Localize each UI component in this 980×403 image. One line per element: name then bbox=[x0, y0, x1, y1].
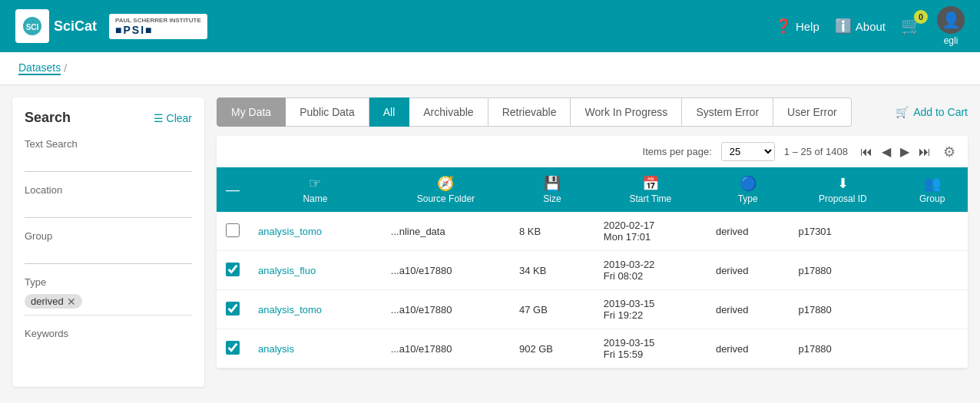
user-avatar: 👤 bbox=[937, 6, 965, 34]
location-section: Location bbox=[25, 184, 192, 218]
text-search-label: Text Search bbox=[25, 138, 192, 150]
next-page-button[interactable]: ▶ bbox=[897, 143, 912, 160]
tabs: My Data Public Data All Archivable Retri… bbox=[217, 97, 852, 127]
prev-page-button[interactable]: ◀ bbox=[879, 143, 894, 160]
row-name[interactable]: analysis bbox=[249, 329, 382, 368]
user-block[interactable]: 👤 egli bbox=[937, 6, 965, 46]
row-start-time: 2020-02-17Mon 17:01 bbox=[594, 212, 707, 251]
tab-system-error[interactable]: System Error bbox=[682, 97, 773, 127]
table-header-row: — ☞ Name 🧭 Source Folder 💾 Size bbox=[217, 167, 968, 212]
row-type: derived bbox=[707, 212, 790, 251]
right-panel: My Data Public Data All Archivable Retri… bbox=[217, 97, 968, 387]
help-label: Help bbox=[796, 20, 819, 33]
breadcrumb-datasets[interactable]: Datasets bbox=[18, 61, 61, 75]
row-source-folder: ...a10/e17880 bbox=[382, 290, 510, 329]
logo-icon: SCI bbox=[15, 9, 49, 43]
clear-icon: ☰ bbox=[154, 112, 164, 124]
tab-work-in-progress[interactable]: Work In Progress bbox=[571, 97, 682, 127]
row-checkbox[interactable] bbox=[226, 223, 240, 237]
row-size: 34 KB bbox=[510, 251, 594, 290]
row-size: 902 GB bbox=[510, 329, 594, 368]
cart-button[interactable]: 🛒 0 bbox=[901, 16, 922, 36]
cart-add-icon: 🛒 bbox=[896, 106, 909, 118]
type-tag: derived ✕ bbox=[25, 294, 82, 309]
about-nav-item[interactable]: ℹ️ About bbox=[835, 18, 886, 35]
help-nav-item[interactable]: ❓ Help bbox=[775, 18, 819, 35]
row-checkbox-cell[interactable] bbox=[217, 290, 249, 329]
header: SCI SciCat PAUL SCHERRER INSTITUTE ■PSI■… bbox=[0, 0, 980, 52]
header-proposal-id: ⬇ Proposal ID bbox=[789, 167, 896, 212]
header-source-folder: 🧭 Source Folder bbox=[382, 167, 510, 212]
cart-badge: 0 bbox=[914, 10, 928, 24]
row-checkbox-cell[interactable] bbox=[217, 212, 249, 251]
table-row: analysis_fluo ...a10/e17880 34 KB 2019-0… bbox=[217, 251, 968, 290]
row-group bbox=[896, 212, 968, 251]
header-select-all[interactable]: — bbox=[217, 167, 249, 212]
pagination-text: 1 – 25 of 1408 bbox=[784, 146, 848, 157]
per-page-select[interactable]: 25 50 100 bbox=[721, 142, 775, 161]
breadcrumb-bar: Datasets / bbox=[0, 52, 980, 85]
group-label: Group bbox=[25, 230, 192, 242]
row-start-time: 2019-03-15Fri 19:22 bbox=[594, 290, 707, 329]
calendar-icon: 📅 bbox=[604, 175, 697, 192]
row-checkbox[interactable] bbox=[226, 263, 240, 276]
row-checkbox[interactable] bbox=[226, 302, 240, 315]
clear-button[interactable]: ☰ Clear bbox=[154, 112, 192, 124]
breadcrumb: Datasets / bbox=[18, 61, 962, 75]
tab-my-data[interactable]: My Data bbox=[217, 97, 286, 127]
row-name[interactable]: analysis_fluo bbox=[249, 251, 382, 290]
type-section: Type derived ✕ bbox=[25, 276, 192, 315]
clear-label: Clear bbox=[167, 112, 192, 124]
main-content: Search ☰ Clear Text Search Location Grou… bbox=[0, 85, 980, 399]
tab-public-data[interactable]: Public Data bbox=[286, 97, 369, 127]
text-search-input[interactable] bbox=[25, 153, 192, 172]
tab-archivable[interactable]: Archivable bbox=[409, 97, 488, 127]
row-group bbox=[896, 329, 968, 368]
header-left: SCI SciCat PAUL SCHERRER INSTITUTE ■PSI■ bbox=[15, 9, 207, 43]
add-to-cart-button[interactable]: 🛒 Add to Cart bbox=[896, 106, 968, 118]
row-proposal-id: p17880 bbox=[789, 251, 896, 290]
last-page-button[interactable]: ⏭ bbox=[915, 144, 934, 160]
add-to-cart-label: Add to Cart bbox=[913, 106, 968, 118]
tab-all[interactable]: All bbox=[369, 97, 410, 127]
fingerprint-icon: ☞ bbox=[258, 175, 372, 192]
svg-text:SCI: SCI bbox=[26, 23, 39, 31]
column-settings-button[interactable]: ⚙ bbox=[943, 144, 955, 160]
save-icon: 💾 bbox=[519, 175, 585, 192]
group-icon: 👥 bbox=[906, 175, 958, 192]
row-checkbox-cell[interactable] bbox=[217, 251, 249, 290]
row-type: derived bbox=[707, 290, 790, 329]
group-input[interactable] bbox=[25, 245, 192, 264]
user-name: egli bbox=[944, 35, 958, 46]
help-icon: ❓ bbox=[775, 18, 792, 35]
row-name[interactable]: analysis_tomo bbox=[249, 212, 382, 251]
tab-user-error[interactable]: User Error bbox=[773, 97, 852, 127]
header-size: 💾 Size bbox=[510, 167, 594, 212]
header-name: ☞ Name bbox=[249, 167, 382, 212]
row-name[interactable]: analysis_tomo bbox=[249, 290, 382, 329]
location-input[interactable] bbox=[25, 199, 192, 218]
location-label: Location bbox=[25, 184, 192, 196]
row-checkbox[interactable] bbox=[226, 341, 240, 355]
row-proposal-id: p17880 bbox=[789, 290, 896, 329]
table-row: analysis_tomo ...a10/e17880 47 GB 2019-0… bbox=[217, 290, 968, 329]
row-checkbox-cell[interactable] bbox=[217, 329, 249, 368]
logo-text: SciCat bbox=[54, 18, 97, 35]
table-controls: Items per page: 25 50 100 1 – 25 of 1408… bbox=[217, 136, 968, 167]
psi-subtitle: PAUL SCHERRER INSTITUTE bbox=[115, 17, 201, 24]
keywords-section: Keywords bbox=[25, 328, 192, 339]
tab-retrievable[interactable]: Retrievable bbox=[488, 97, 571, 127]
row-type: derived bbox=[707, 329, 790, 368]
header-group: 👥 Group bbox=[896, 167, 968, 212]
psi-logo: PAUL SCHERRER INSTITUTE ■PSI■ bbox=[109, 14, 207, 39]
type-tag-remove[interactable]: ✕ bbox=[67, 296, 76, 307]
psi-name: ■PSI■ bbox=[115, 24, 201, 36]
datasets-table: — ☞ Name 🧭 Source Folder 💾 Size bbox=[217, 167, 968, 368]
row-source-folder: ...a10/e17880 bbox=[382, 251, 510, 290]
row-size: 47 GB bbox=[510, 290, 594, 329]
header-right: ❓ Help ℹ️ About 🛒 0 👤 egli bbox=[775, 6, 965, 46]
first-page-button[interactable]: ⏮ bbox=[857, 144, 876, 160]
tabs-row: My Data Public Data All Archivable Retri… bbox=[217, 97, 968, 127]
row-group bbox=[896, 290, 968, 329]
row-type: derived bbox=[707, 251, 790, 290]
